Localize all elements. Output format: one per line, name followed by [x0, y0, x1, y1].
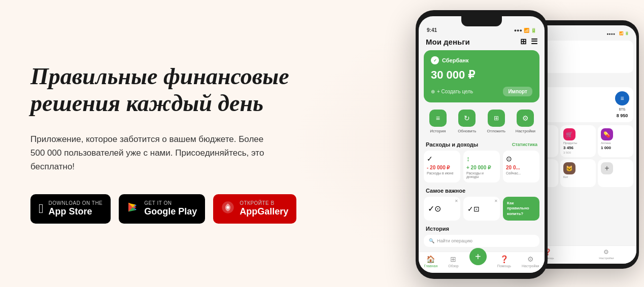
expense-label-1: Расходы в июне [427, 171, 457, 175]
pharmacy-cat: 💊 Аптека 1 000 [598, 125, 633, 157]
important-header: Самое важное [419, 187, 545, 197]
qa-refresh-icon: ↻ [458, 110, 476, 127]
vtb-icon: ≡ [615, 91, 629, 105]
appstore-text: Download on the App Store [49, 200, 103, 218]
nav-overview[interactable]: ⊞ Обзор [448, 255, 458, 268]
quick-actions: ≡ История ↻ Обновить ⊞ Отложить ⚙ Настро… [424, 106, 539, 136]
pharmacy-amount: 1 000 [601, 146, 630, 150]
header-title: Мои деньги [426, 38, 470, 46]
menu-icon[interactable]: ☰ [531, 37, 537, 46]
hero-headline: Правильные финансовые решения каждый ден… [30, 63, 315, 117]
history-header: История [419, 225, 545, 235]
expense-cards: ✓ - 20 000 ₽ Расходы в июне ↕ + 20 000 ₽… [424, 151, 539, 183]
qa-settings-label: Настройки [516, 129, 535, 133]
imp-card-highlight[interactable]: Как правильно копить? [503, 197, 539, 221]
search-bar[interactable]: 🔍 Найти операцию [424, 235, 539, 247]
appstore-button[interactable]:  Download on the App Store [30, 194, 111, 224]
phone-screen: 9:41 ●●● 📶 🔋 Мои деньги ⊞ ☰ ✓ С [419, 16, 545, 273]
expense-icon-2: ↕ [466, 155, 497, 163]
phone-header: Мои деньги ⊞ ☰ [419, 35, 545, 50]
cat-pet: 🐱 Кот [560, 159, 596, 187]
nav-home[interactable]: 🏠 Главная [424, 255, 438, 268]
imp-icon-1: ✓⊙ [428, 204, 441, 213]
expenses-header: Расходы и доходы Статистика [419, 140, 545, 151]
expense-card-3: ⊙ 20 0... Сейчас... [503, 151, 539, 183]
pharmacy-icon: 💊 [601, 128, 613, 140]
qa-defer-label: Отложить [487, 129, 505, 133]
phones-container: ●●●● 📶 🔋 Инвестиции 📊 20 000 ₽ Счета ✓ [350, 0, 644, 287]
phone-notch [461, 16, 502, 26]
hero-description: Приложение, которое заботится о вашем бю… [30, 132, 274, 174]
pharmacy-name: Аптека [601, 141, 630, 145]
phone-front: 9:41 ●●● 📶 🔋 Мои деньги ⊞ ☰ ✓ С [416, 10, 548, 279]
grid-icon[interactable]: ⊞ [520, 37, 527, 46]
appstore-small-text: Download on the [49, 200, 103, 206]
vtb-amount: 8 950 [617, 113, 628, 118]
qa-settings-icon: ⚙ [517, 110, 534, 127]
expense-card-2: ↕ + 20 000 ₽ Расходы и доходы [463, 151, 500, 183]
header-icons: ⊞ ☰ [520, 37, 537, 46]
store-buttons-row:  Download on the App Store GET IT ON [30, 194, 315, 224]
settings-icon: ⚙ [527, 255, 534, 263]
nav-help[interactable]: ❓ Помощь [497, 255, 511, 268]
expense-icon-3: ⊙ [506, 155, 536, 163]
bank-checkmark-icon: ✓ [431, 56, 439, 64]
googleplay-button[interactable]: GET IT ON Google Play [119, 194, 205, 224]
nav-settings[interactable]: ⚙ Настройки [522, 255, 539, 268]
back-nav-settings: ⚙ Настройки [599, 248, 614, 260]
nav-home-label: Главная [424, 264, 438, 268]
search-placeholder: Найти операцию [437, 238, 472, 243]
qa-history[interactable]: ≡ История [424, 106, 452, 136]
vtb-item: ≡ ВТБ 8 950 [615, 91, 629, 118]
cat-icon: 🐱 [563, 162, 575, 174]
hero-section: Правильные финансовые решения каждый ден… [30, 0, 315, 287]
import-btn[interactable]: Импорт [503, 87, 532, 96]
status-right: ●●● 📶 🔋 [514, 28, 536, 33]
appstore-large-text: App Store [49, 206, 103, 218]
qa-defer-icon: ⊞ [488, 110, 505, 127]
home-icon: 🏠 [426, 255, 435, 263]
overview-icon: ⊞ [450, 255, 456, 263]
qa-refresh-label: Обновить [458, 129, 476, 133]
food-name: Продукты [563, 141, 593, 145]
food-cat: 🛒 Продукты 3 456 3 500 [560, 125, 596, 157]
important-title: Самое важное [426, 188, 465, 194]
expense-amount-3: 20 0... [506, 165, 536, 170]
create-goal-btn[interactable]: ⊕ + Создать цель [431, 89, 473, 94]
googleplay-text: GET IT ON Google Play [144, 200, 197, 218]
status-time: 9:41 [427, 27, 437, 33]
qa-refresh[interactable]: ↻ Обновить [453, 106, 482, 136]
card-actions: ⊕ + Создать цель Импорт [431, 87, 532, 96]
add-button[interactable]: + [469, 248, 487, 265]
card-amount: 30 000 ₽ [431, 68, 532, 82]
nav-overview-label: Обзор [448, 264, 458, 268]
appgallery-text: ОТКРОЙТЕ В AppGallery [240, 200, 288, 218]
statistics-link[interactable]: Статистика [512, 142, 537, 147]
add-icon: + [601, 162, 613, 174]
qa-settings[interactable]: ⚙ Настройки [512, 106, 540, 136]
imp-icon-2: ✓⊡ [467, 205, 480, 213]
huawei-icon [221, 201, 234, 217]
food-sub: 3 500 [563, 151, 593, 154]
nav-add[interactable]: + [469, 255, 487, 268]
expense-amount-2: + 20 000 ₽ [466, 165, 497, 170]
cat-name: Кот [563, 175, 593, 178]
qa-history-icon: ≡ [429, 110, 447, 127]
expense-amount-1: - 20 000 ₽ [427, 165, 457, 170]
appgallery-small-text: ОТКРОЙТЕ В [240, 200, 288, 206]
help-icon: ❓ [500, 255, 509, 263]
expense-icon-1: ✓ [427, 155, 457, 163]
imp-close-1[interactable]: ✕ [455, 199, 458, 203]
googleplay-small-text: GET IT ON [144, 200, 197, 206]
bank-name-row: ✓ Сбербанк [431, 56, 532, 64]
bank-name: Сбербанк [442, 57, 469, 63]
qa-defer[interactable]: ⊞ Отложить [482, 106, 511, 136]
googleplay-icon [127, 201, 139, 217]
bottom-nav: 🏠 Главная ⊞ Обзор + ❓ Помощь ⚙ Настройки [419, 252, 545, 273]
apple-icon:  [39, 201, 44, 217]
googleplay-large-text: Google Play [144, 206, 197, 218]
imp-card-1: ✕ ✓⊙ [424, 197, 460, 221]
history-section: 🔍 Найти операцию [419, 235, 545, 247]
imp-close-2[interactable]: ✕ [494, 199, 498, 203]
appgallery-button[interactable]: ОТКРОЙТЕ В AppGallery [213, 194, 296, 224]
